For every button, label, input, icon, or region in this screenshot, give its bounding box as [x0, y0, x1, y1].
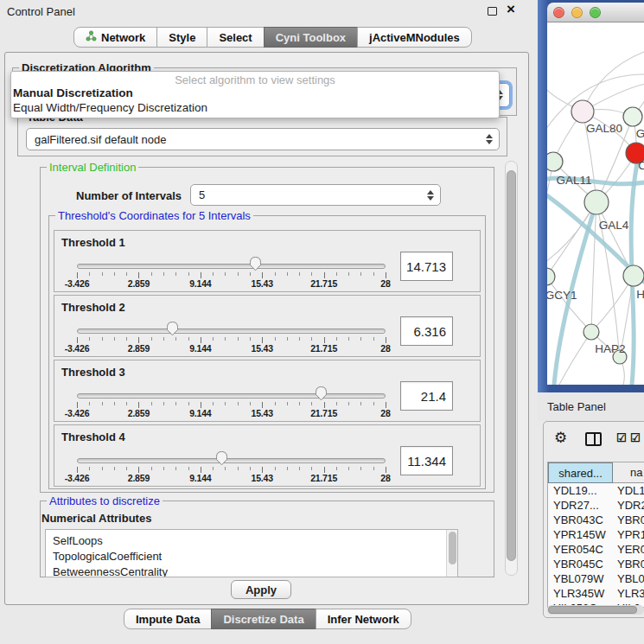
slider-tick [287, 272, 288, 276]
slider-thumb[interactable] [315, 386, 328, 401]
attributes-group-label: Attributes to discretize [47, 494, 163, 507]
mac-zoom-button[interactable] [590, 7, 601, 18]
slider-tick [324, 337, 325, 343]
slider-thumb[interactable] [166, 321, 179, 336]
slider-tick-label: 9.144 [176, 473, 225, 483]
network-node[interactable] [623, 265, 644, 286]
tab-select[interactable]: Select [207, 27, 264, 48]
table-horizontal-scrollbar[interactable] [547, 605, 644, 615]
checkbox-icon[interactable]: ☑ [630, 431, 641, 444]
numerical-attributes-list[interactable]: SelfLoopsTopologicalCoefficientBetweenne… [45, 529, 458, 577]
slider-tick [373, 272, 374, 276]
tab-label: Select [219, 31, 252, 44]
apply-button[interactable]: Apply [231, 580, 291, 599]
slider-track[interactable] [77, 264, 386, 269]
slider-tick [275, 272, 276, 276]
network-node-label: C [638, 159, 644, 172]
table-row[interactable]: YLR345WYLR3 [548, 586, 644, 601]
slider-tick [386, 402, 386, 408]
attribute-item[interactable]: SelfLoops [53, 533, 457, 549]
panel-vertical-scrollbar[interactable] [505, 161, 518, 576]
threshold-panel: Threshold 4-3.4262.8599.14415.4321.71528… [54, 424, 481, 487]
slider-tick [238, 402, 239, 405]
slider-tick-label: 21.715 [300, 343, 348, 354]
attributes-list-scrollbar[interactable] [446, 530, 457, 577]
network-node-label: GAL4 [599, 219, 629, 232]
slider-tick [336, 337, 337, 341]
slider-tick [336, 402, 337, 405]
network-node[interactable] [623, 107, 642, 126]
attribute-item[interactable]: BetweennessCentrality [53, 564, 457, 577]
slider-tick [102, 402, 103, 405]
slider-tick [201, 402, 201, 408]
slider-tick [151, 272, 152, 276]
number-of-intervals-combobox[interactable]: 5 [190, 184, 441, 206]
slider-tick [373, 402, 374, 405]
attribute-item[interactable]: TopologicalCoefficient [53, 549, 457, 564]
table-row[interactable]: YBL079WYBL0 [548, 571, 644, 586]
threshold-value-field[interactable]: 6.316 [400, 316, 453, 346]
slider-tick [287, 402, 288, 405]
slider-thumb[interactable] [215, 450, 228, 466]
column-header-shared-name[interactable]: shared... [548, 462, 613, 483]
slider-tick [201, 337, 201, 343]
slider-tick [299, 337, 300, 341]
network-node[interactable] [583, 324, 599, 340]
tab-jactivemnodules[interactable]: jActiveMNodules [357, 27, 472, 48]
slider-tick [188, 272, 189, 276]
split-columns-icon[interactable] [585, 432, 602, 446]
network-canvas[interactable]: GAL80GCGAL11GAL4GCY1HHAP2 [547, 22, 644, 385]
algorithm-option-equal-width-frequency-discretization[interactable]: Equal Width/Frequency Discretization [11, 100, 499, 115]
slider-tick [138, 337, 139, 343]
tab-network[interactable]: Network [73, 27, 157, 48]
float-window-icon[interactable] [488, 7, 497, 16]
mac-minimize-button[interactable] [571, 7, 583, 18]
network-node-label: G [636, 127, 644, 140]
tab-style[interactable]: Style [156, 27, 207, 48]
network-node[interactable] [584, 190, 609, 214]
slider-tick-label: 21.715 [300, 473, 348, 483]
threshold-label: Threshold 2 [61, 301, 125, 314]
cell-shared-name: YPR145W [548, 527, 613, 542]
table-data-combobox[interactable]: galFiltered.sif default node [26, 128, 500, 150]
threshold-value-field[interactable]: 11.344 [400, 446, 453, 475]
network-node[interactable] [547, 268, 555, 285]
checkbox-icon[interactable]: ☑ [616, 431, 627, 444]
gear-icon[interactable]: ⚙ [554, 429, 567, 447]
slider-tick [360, 467, 361, 470]
tab-discretize-data[interactable]: Discretize Data [211, 609, 316, 629]
tab-cyni-toolbox[interactable]: Cyni Toolbox [264, 27, 358, 48]
mac-close-button[interactable] [553, 7, 564, 18]
threshold-value-field[interactable]: 14.713 [400, 252, 453, 281]
slider-tick [77, 337, 78, 343]
algorithm-option-manual-discretization[interactable]: Manual Discretization [11, 86, 499, 100]
table-row[interactable]: YBR043CYBR0 [548, 513, 644, 527]
slider-tick [114, 272, 115, 276]
slider-track[interactable] [77, 328, 386, 334]
slider-tick-label: 9.144 [176, 278, 225, 289]
network-node[interactable] [571, 100, 594, 123]
threshold-value-field[interactable]: 21.4 [400, 381, 453, 411]
slider-tick [138, 402, 139, 408]
tab-impute-data[interactable]: Impute Data [124, 609, 212, 629]
slider-tick [348, 272, 349, 276]
table-row[interactable]: YDL19...YDL1 [548, 483, 644, 498]
slider-track[interactable] [77, 458, 386, 463]
slider-tick [299, 402, 300, 405]
slider-track[interactable] [77, 393, 386, 399]
table-row[interactable]: YER054CYER0 [548, 542, 644, 557]
column-header-name[interactable]: na [613, 462, 644, 483]
algorithm-placeholder: Select algorithm to view settings [11, 72, 499, 86]
table-row[interactable]: YDR27...YDR2 [548, 498, 644, 513]
close-icon[interactable]: × [507, 1, 515, 18]
network-window-titlebar[interactable] [547, 3, 644, 22]
slider-tick [163, 272, 164, 276]
slider-thumb[interactable] [249, 256, 262, 271]
interval-definition-label: Interval Definition [47, 161, 138, 174]
table-row[interactable]: YBR045CYBR0 [548, 557, 644, 571]
table-row[interactable]: YPR145WYPR1 [548, 527, 644, 542]
slider-tick [77, 402, 78, 408]
network-node[interactable] [547, 152, 563, 171]
slider-tick [336, 272, 337, 276]
tab-infer-network[interactable]: Infer Network [316, 609, 411, 629]
